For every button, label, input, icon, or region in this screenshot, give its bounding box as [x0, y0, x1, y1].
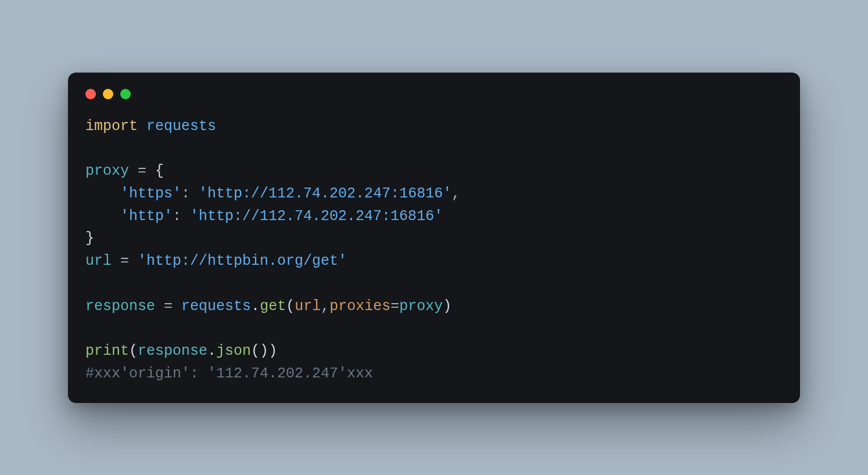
code-string: 'http://httpbin.org/get'	[138, 253, 347, 269]
code-colon: :	[173, 208, 181, 225]
code-brace: }	[85, 230, 94, 247]
code-module: requests	[146, 118, 216, 135]
code-comma: ,	[451, 185, 460, 202]
window-close-icon[interactable]	[85, 89, 96, 99]
window-minimize-icon[interactable]	[103, 89, 113, 99]
code-paren: (	[286, 298, 295, 315]
code-ident: url	[295, 298, 321, 315]
code-paren: )	[443, 298, 451, 315]
code-indent	[85, 208, 120, 225]
code-op: =	[164, 298, 173, 315]
code-block: import requests proxy = { 'https': 'http…	[85, 116, 783, 386]
code-string: 'https'	[120, 185, 181, 202]
code-var: response	[85, 298, 155, 315]
code-comment: #xxx'origin': '112.74.202.247'xxx	[85, 365, 373, 382]
window-titlebar	[85, 89, 783, 116]
code-func: json	[216, 343, 251, 359]
code-var: proxy	[85, 163, 129, 179]
code-dot: .	[251, 298, 260, 315]
code-var: proxy	[399, 298, 443, 315]
code-op: =	[120, 253, 129, 269]
code-op: =	[390, 298, 399, 315]
code-module: requests	[181, 298, 251, 315]
code-comma: ,	[321, 298, 329, 315]
code-paren: (	[129, 343, 138, 359]
code-var: url	[85, 253, 112, 269]
code-keyword: import	[85, 118, 138, 135]
code-brace: {	[155, 163, 164, 179]
code-paren: (	[251, 343, 260, 359]
code-window: import requests proxy = { 'https': 'http…	[68, 73, 800, 403]
code-indent	[85, 185, 120, 202]
code-string: 'http'	[120, 208, 173, 225]
code-func: print	[85, 343, 129, 359]
code-dot: .	[207, 343, 216, 359]
code-paren: )	[268, 343, 277, 359]
code-string: 'http://112.74.202.247:16816'	[199, 185, 451, 202]
window-zoom-icon[interactable]	[120, 89, 131, 99]
code-var: response	[138, 343, 207, 359]
code-colon: :	[181, 185, 190, 202]
code-func: get	[260, 298, 286, 315]
code-paren: )	[260, 343, 268, 359]
code-string: 'http://112.74.202.247:16816'	[190, 208, 443, 225]
code-ident: proxies	[329, 298, 390, 315]
code-op: =	[138, 163, 146, 179]
